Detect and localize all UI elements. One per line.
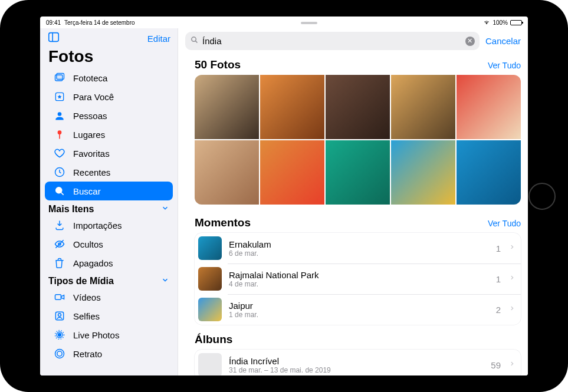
- search-icon: [53, 185, 66, 197]
- svg-rect-0: [49, 33, 59, 42]
- photo-thumbnail[interactable]: [260, 75, 324, 139]
- albums-header: Álbuns: [195, 325, 521, 350]
- svg-point-15: [58, 334, 61, 337]
- moment-subtitle: 6 de mar.: [229, 249, 489, 258]
- svg-point-8: [56, 187, 62, 193]
- moment-count: 1: [496, 274, 501, 284]
- sidebar: Editar Fotos Fototeca Para Você Pessoas: [40, 28, 178, 375]
- photo-thumbnail[interactable]: [195, 75, 259, 139]
- moments-header: Momentos: [195, 216, 251, 229]
- sidebar-item-label: Recentes: [73, 167, 110, 177]
- svg-line-9: [61, 193, 64, 195]
- moment-row[interactable]: Ernakulam 6 de mar. 1: [195, 233, 521, 263]
- portrait-icon: [53, 348, 66, 360]
- chevron-right-icon: [509, 304, 515, 315]
- sidebar-item-people[interactable]: Pessoas: [45, 106, 173, 125]
- photo-thumbnail[interactable]: [260, 140, 324, 205]
- moment-thumbnail: [198, 236, 222, 260]
- sidebar-item-favorites[interactable]: Favoritas: [45, 144, 173, 163]
- sidebar-item-label: Selfies: [73, 311, 100, 321]
- search-field[interactable]: ✕: [185, 32, 480, 50]
- section-label: Mais Itens: [48, 204, 94, 215]
- status-date: Terça-feira 14 de setembro: [64, 19, 135, 26]
- moment-row[interactable]: Jaipur 1 de mar. 2: [195, 294, 521, 325]
- heart-icon: [53, 147, 66, 159]
- sidebar-item-label: Vídeos: [73, 292, 101, 302]
- sidebar-section-media[interactable]: Tipos de Mídia: [40, 272, 178, 288]
- moment-row[interactable]: Rajmalai National Park 4 de mar. 1: [195, 263, 521, 294]
- sidebar-item-label: Lugares: [73, 130, 105, 140]
- photo-thumbnail[interactable]: [391, 140, 455, 205]
- sidebar-item-foryou[interactable]: Para Você: [45, 87, 173, 106]
- photos-count-header: 50 Fotos: [195, 58, 241, 71]
- sidebar-item-livephotos[interactable]: Live Photos: [45, 325, 173, 344]
- status-bar: 09:41 Terça-feira 14 de setembro 100%: [40, 17, 528, 28]
- moment-count: 2: [496, 305, 501, 315]
- video-icon: [53, 291, 66, 303]
- sidebar-item-label: Apagados: [73, 258, 113, 268]
- trash-icon: [53, 257, 66, 269]
- photo-thumbnail[interactable]: [195, 140, 259, 205]
- album-row[interactable]: Índia Incrível 31 de mar. – 13 de mai. d…: [195, 350, 521, 375]
- section-label: Tipos de Mídia: [48, 276, 114, 286]
- moment-title: Ernakulam: [229, 239, 489, 249]
- sidebar-item-label: Para Você: [73, 92, 114, 102]
- chevron-down-icon: [161, 204, 169, 215]
- see-all-photos[interactable]: Ver Tudo: [488, 61, 521, 70]
- sidebar-item-videos[interactable]: Vídeos: [45, 288, 173, 307]
- search-input[interactable]: [202, 36, 462, 46]
- photo-thumbnail[interactable]: [391, 75, 455, 139]
- photo-thumbnail[interactable]: [457, 75, 521, 139]
- sidebar-item-label: Pessoas: [73, 111, 107, 121]
- svg-point-5: [58, 112, 62, 116]
- places-icon: [53, 129, 66, 140]
- sidebar-item-search[interactable]: Buscar: [45, 182, 173, 200]
- people-icon: [53, 110, 66, 121]
- chevron-down-icon: [161, 276, 169, 286]
- wifi-icon: [483, 19, 490, 26]
- photo-library-icon: [53, 72, 66, 84]
- for-you-icon: [53, 91, 66, 103]
- photo-thumbnail[interactable]: [457, 140, 521, 205]
- livephoto-icon: [53, 329, 66, 341]
- edit-button[interactable]: Editar: [147, 34, 170, 44]
- see-all-moments[interactable]: Ver Tudo: [488, 219, 521, 228]
- cancel-button[interactable]: Cancelar: [485, 36, 521, 46]
- sidebar-item-label: Retrato: [73, 349, 102, 359]
- moment-count: 1: [496, 243, 501, 253]
- sidebar-item-recents[interactable]: Recentes: [45, 163, 173, 182]
- sidebar-section-more[interactable]: Mais Itens: [40, 200, 178, 216]
- sidebar-item-library[interactable]: Fototeca: [45, 68, 173, 87]
- selfie-icon: [53, 310, 66, 322]
- album-thumbnail: [198, 353, 222, 375]
- search-icon: [190, 35, 199, 47]
- photo-grid: [195, 75, 521, 205]
- svg-rect-12: [55, 295, 61, 299]
- sidebar-item-portrait[interactable]: Retrato: [45, 344, 173, 363]
- screen: 09:41 Terça-feira 14 de setembro 100% E: [40, 17, 528, 375]
- moment-title: Jaipur: [229, 301, 489, 311]
- status-time: 09:41: [46, 19, 61, 26]
- albums-list: Índia Incrível 31 de mar. – 13 de mai. d…: [195, 350, 521, 375]
- svg-point-14: [58, 314, 61, 317]
- sidebar-item-imports[interactable]: Importações: [45, 216, 173, 235]
- moment-thumbnail: [198, 267, 222, 291]
- clear-search-icon[interactable]: ✕: [465, 37, 475, 46]
- sidebar-toggle-icon[interactable]: [47, 31, 60, 46]
- photo-thumbnail[interactable]: [326, 75, 390, 139]
- moment-title: Rajmalai National Park: [229, 270, 489, 280]
- moment-subtitle: 4 de mar.: [229, 280, 489, 288]
- home-button[interactable]: [528, 183, 556, 210]
- sidebar-item-hidden[interactable]: Ocultos: [45, 235, 173, 253]
- moment-thumbnail: [198, 298, 222, 321]
- ipad-frame: 09:41 Terça-feira 14 de setembro 100% E: [0, 0, 568, 392]
- sidebar-title: Fotos: [40, 47, 178, 68]
- photo-thumbnail[interactable]: [326, 140, 390, 205]
- chevron-right-icon: [509, 360, 515, 370]
- sidebar-item-selfies[interactable]: Selfies: [45, 307, 173, 325]
- chevron-right-icon: [509, 274, 515, 284]
- multitask-handle[interactable]: [301, 22, 317, 24]
- sidebar-item-deleted[interactable]: Apagados: [45, 253, 173, 272]
- svg-point-18: [57, 351, 62, 356]
- sidebar-item-places[interactable]: Lugares: [45, 125, 173, 144]
